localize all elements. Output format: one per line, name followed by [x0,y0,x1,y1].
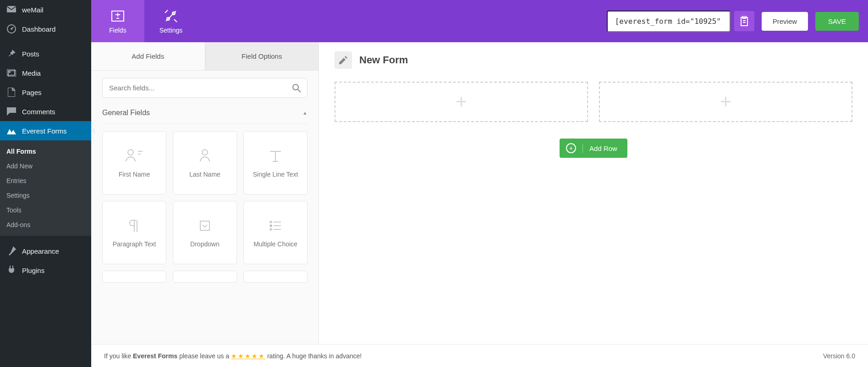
toolbar-tab-settings[interactable]: Settings [144,0,198,42]
form-canvas: New Form + + + Add Row [319,42,868,344]
field-multiple-choice[interactable]: Multiple Choice [243,201,308,264]
submenu-settings[interactable]: Settings [0,188,91,203]
preview-button[interactable]: Preview [762,12,808,31]
plus-icon: + [720,91,731,113]
form-icon [6,126,16,136]
brush-icon [6,246,16,256]
version-label: Version 6.0 [823,352,855,360]
sidebar-item-media[interactable]: Media [0,63,91,83]
fields-icon [110,8,126,24]
field-label: Single Line Text [253,171,298,178]
user-last-icon [195,148,215,164]
plug-icon [6,265,16,275]
section-title: General Fields [102,109,150,117]
sidebar-item-label: Comments [22,108,55,116]
sidebar-item-label: Appearance [22,247,59,255]
radio-list-icon [265,217,286,234]
clipboard-icon [740,16,749,26]
comment-icon [6,106,16,117]
sidebar-item-wemail[interactable]: weMail [0,0,91,19]
field-placeholder[interactable] [173,271,237,283]
sidebar-item-label: weMail [22,6,44,14]
add-row-label: Add Row [589,145,617,152]
field-label: Last Name [189,171,220,178]
rating-link[interactable]: ★★★★★ [231,352,265,360]
field-placeholder[interactable] [102,271,166,283]
submenu-add-new[interactable]: Add New [0,159,91,173]
sidebar-item-label: Posts [22,50,39,58]
svg-rect-13 [200,221,209,230]
submenu-all-forms[interactable]: All Forms [0,144,91,159]
pencil-icon [339,56,347,64]
form-title: New Form [359,54,408,66]
save-button[interactable]: SAVE [815,12,859,31]
select-icon [195,217,215,234]
svg-point-4 [9,71,11,73]
pilcrow-icon [124,217,144,234]
shortcode-input[interactable] [607,11,731,32]
panel-tabs: Add Fields Field Options [91,42,319,71]
sidebar-item-comments[interactable]: Comments [0,102,91,121]
fields-panel: Add Fields Field Options General Fields … [91,42,319,344]
sidebar-item-label: Plugins [22,267,44,274]
media-icon [6,68,16,78]
field-label: Multiple Choice [253,240,297,248]
panel-tab-add-fields[interactable]: Add Fields [91,42,205,71]
search-icon [292,83,301,93]
sidebar-item-pages[interactable]: Pages [0,83,91,102]
envelope-icon [6,5,16,15]
sidebar-item-dashboard[interactable]: Dashboard [0,19,91,39]
section-general-fields[interactable]: General Fields ▲ [102,106,308,124]
submenu-entries[interactable]: Entries [0,173,91,188]
drop-zone[interactable]: + [335,82,588,122]
plus-circle-icon: + [566,143,576,153]
field-single-line-text[interactable]: Single Line Text [243,131,308,195]
copy-shortcode-button[interactable] [734,11,754,31]
svg-point-12 [202,150,208,155]
user-first-icon [124,148,144,164]
search-fields-input[interactable] [102,78,308,98]
field-paragraph-text[interactable]: Paragraph Text [102,201,166,264]
builder-area: Fields Settings Preview SAVE Add Fields … [91,0,868,367]
svg-point-14 [270,221,272,223]
svg-point-10 [293,84,298,90]
field-label: Dropdown [190,240,220,248]
footer-text: If you like Everest Forms please leave u… [104,352,362,360]
add-row-button[interactable]: + Add Row [560,139,627,158]
field-grid: First Name Last Name Single Line Text Pa… [102,131,308,283]
drop-row: + + [335,82,852,122]
edit-title-button[interactable] [335,51,352,69]
sidebar-item-label: Everest Forms [22,127,67,135]
submenu-tools[interactable]: Tools [0,203,91,217]
collapse-icon: ▲ [302,110,308,116]
pin-icon [6,49,16,59]
plus-icon: + [456,91,467,113]
builder-toolbar: Fields Settings Preview SAVE [91,0,868,42]
toolbar-tab-label: Settings [159,27,183,34]
sidebar-item-plugins[interactable]: Plugins [0,261,91,280]
field-last-name[interactable]: Last Name [173,131,237,195]
svg-point-11 [128,150,133,155]
settings-icon [163,8,179,24]
sidebar-item-label: Media [22,69,41,77]
sidebar-item-everest-forms[interactable]: Everest Forms [0,121,91,140]
text-caret-icon [265,148,286,164]
sidebar-item-label: Dashboard [22,25,55,33]
builder-footer: If you like Everest Forms please leave u… [91,344,868,367]
toolbar-tab-label: Fields [109,27,126,34]
field-dropdown[interactable]: Dropdown [173,201,237,264]
panel-tab-field-options[interactable]: Field Options [205,42,319,71]
svg-point-1 [11,28,12,30]
toolbar-tab-fields[interactable]: Fields [91,0,144,42]
wp-admin-sidebar: weMail Dashboard Posts Media Pages Comme… [0,0,91,367]
drop-zone[interactable]: + [599,82,852,122]
field-placeholder[interactable] [243,271,308,283]
field-label: Paragraph Text [113,240,156,248]
sidebar-item-label: Pages [22,89,42,96]
field-first-name[interactable]: First Name [102,131,166,195]
sidebar-submenu: All Forms Add New Entries Settings Tools… [0,140,91,236]
submenu-addons[interactable]: Add-ons [0,217,91,232]
sidebar-item-posts[interactable]: Posts [0,44,91,63]
page-icon [6,87,16,97]
sidebar-item-appearance[interactable]: Appearance [0,241,91,261]
